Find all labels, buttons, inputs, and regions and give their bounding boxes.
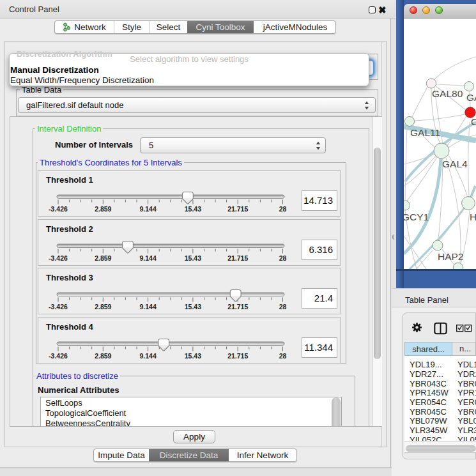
svg-text:GAL11: GAL11 bbox=[410, 127, 440, 138]
svg-text:21.715: 21.715 bbox=[227, 205, 248, 213]
svg-text:21.715: 21.715 bbox=[227, 352, 248, 360]
svg-text:21.715: 21.715 bbox=[227, 303, 248, 311]
svg-text:15.43: 15.43 bbox=[185, 254, 201, 262]
svg-text:HA: HA bbox=[470, 211, 476, 222]
svg-text:9.144: 9.144 bbox=[139, 205, 156, 213]
svg-text:15.43: 15.43 bbox=[185, 303, 201, 311]
svg-text:-3.426: -3.426 bbox=[49, 352, 68, 360]
svg-text:9.144: 9.144 bbox=[139, 303, 156, 311]
svg-text:GA: GA bbox=[466, 92, 476, 103]
svg-text:28: 28 bbox=[279, 254, 287, 262]
svg-text:GAL80: GAL80 bbox=[432, 88, 463, 99]
svg-text:15.43: 15.43 bbox=[185, 205, 201, 213]
svg-text:28: 28 bbox=[279, 205, 287, 213]
svg-text:2.859: 2.859 bbox=[95, 254, 111, 262]
svg-text:15.43: 15.43 bbox=[185, 352, 201, 360]
svg-text:2.859: 2.859 bbox=[95, 352, 111, 360]
svg-text:C: C bbox=[471, 116, 476, 127]
svg-text:-3.426: -3.426 bbox=[49, 303, 68, 311]
svg-text:21.715: 21.715 bbox=[227, 254, 248, 262]
svg-text:-3.426: -3.426 bbox=[49, 205, 68, 213]
svg-text:9.144: 9.144 bbox=[139, 254, 156, 262]
svg-text:9.144: 9.144 bbox=[139, 352, 156, 360]
svg-text:2.859: 2.859 bbox=[95, 303, 111, 311]
svg-text:28: 28 bbox=[279, 303, 287, 311]
svg-text:GCY1: GCY1 bbox=[404, 211, 429, 222]
svg-text:HAP2: HAP2 bbox=[438, 251, 464, 262]
svg-text:28: 28 bbox=[279, 352, 287, 360]
svg-text:GAL4: GAL4 bbox=[442, 158, 468, 169]
svg-text:2.859: 2.859 bbox=[95, 205, 111, 213]
svg-text:-3.426: -3.426 bbox=[49, 254, 68, 262]
